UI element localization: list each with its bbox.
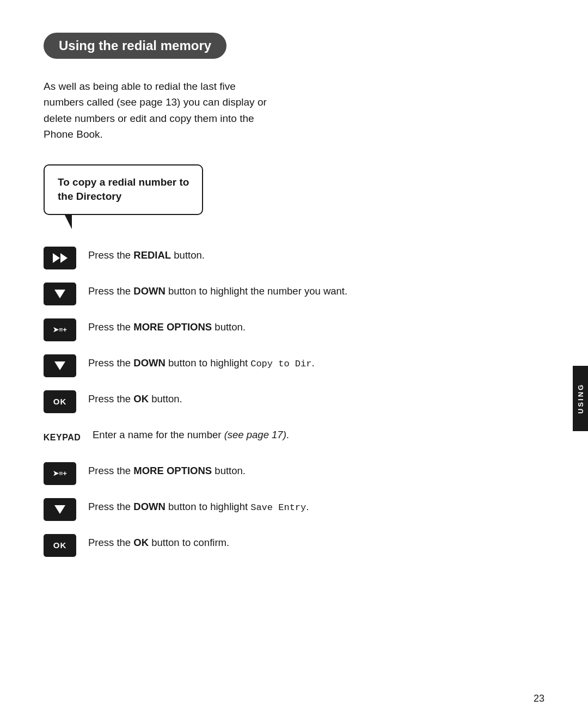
down-button-icon [44, 283, 76, 305]
double-arrow-icon [52, 253, 68, 263]
step-text: Press the REDIAL button. [88, 248, 205, 263]
ok-label: OK [53, 397, 67, 406]
step-text: Press the DOWN button to highlight Save … [88, 499, 309, 515]
ok-button-icon: OK [44, 390, 76, 413]
down-button-icon [44, 354, 76, 377]
step-text: Press the MORE OPTIONS button. [88, 463, 246, 478]
down-button-icon [44, 498, 76, 521]
step-text: Press the MORE OPTIONS button. [88, 320, 246, 335]
intro-paragraph: As well as being able to redial the last… [44, 78, 272, 143]
down-arrow-icon [54, 290, 65, 298]
step-row: KEYPADEnter a name for the number (see p… [44, 425, 544, 449]
step-row: OKPress the OK button. [44, 389, 544, 413]
more-options-label: ➤≡+ [53, 326, 66, 334]
step-text: Press the DOWN button to highlight the n… [88, 284, 347, 299]
page-number: 23 [534, 693, 544, 704]
steps-area: Press the REDIAL button.Press the DOWN b… [44, 246, 544, 557]
redial-button-icon [44, 247, 76, 269]
down-arrow-icon [54, 361, 65, 370]
keypad-label-icon: KEYPAD [44, 426, 81, 449]
step-row: Press the DOWN button to highlight Copy … [44, 353, 544, 377]
ok-button-icon: OK [44, 534, 76, 557]
more-options-button-icon: ➤≡+ [44, 462, 76, 485]
step-row: ➤≡+Press the MORE OPTIONS button. [44, 317, 544, 341]
step-row: Press the REDIAL button. [44, 246, 544, 269]
step-row: Press the DOWN button to highlight the n… [44, 281, 544, 305]
callout-box: To copy a redial number to the Directory [44, 164, 203, 215]
callout-title: To copy a redial number to the Directory [58, 175, 189, 204]
side-tab: USING [573, 366, 588, 431]
step-row: Press the DOWN button to highlight Save … [44, 497, 544, 521]
step-text: Press the DOWN button to highlight Copy … [88, 355, 315, 371]
step-text: Enter a name for the number (see page 17… [93, 427, 289, 443]
page-container: Using the redial memory As well as being… [0, 0, 588, 724]
step-row: ➤≡+Press the MORE OPTIONS button. [44, 461, 544, 485]
step-text: Press the OK button. [88, 391, 182, 407]
more-options-button-icon: ➤≡+ [44, 318, 76, 341]
down-arrow-icon [54, 505, 65, 514]
more-options-label: ➤≡+ [53, 469, 66, 477]
step-row: OKPress the OK button to confirm. [44, 533, 544, 557]
callout-box-wrapper: To copy a redial number to the Directory [44, 164, 203, 215]
ok-label: OK [53, 541, 67, 550]
page-title: Using the redial memory [44, 33, 226, 59]
keypad-text: KEYPAD [44, 433, 81, 443]
step-text: Press the OK button to confirm. [88, 535, 229, 550]
